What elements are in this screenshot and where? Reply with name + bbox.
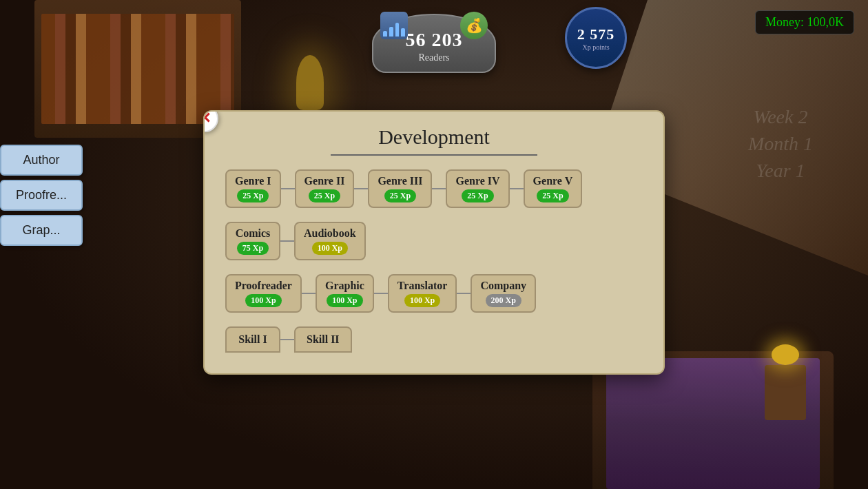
genre5-xp: 25 Xp xyxy=(537,189,568,202)
skill-node-graphic: Graphic 100 Xp xyxy=(316,274,374,313)
genre1-xp: 25 Xp xyxy=(237,189,269,202)
connector-comics-audiobook xyxy=(280,240,294,242)
tab-proofreader[interactable]: Proofre... xyxy=(0,180,83,211)
skill-row-media: Comics 75 Xp Audiobook 100 Xp xyxy=(225,222,643,260)
money-label: Money: xyxy=(765,15,804,29)
left-tabs: Author Proofre... Grap... xyxy=(0,145,83,246)
skill-node-company: Company 200 Xp xyxy=(471,274,536,313)
development-modal: ✕ Development Genre I 25 Xp Genre II 25 … xyxy=(203,110,665,375)
xp-count: 2 575 xyxy=(577,25,615,43)
skill-row-genres: Genre I 25 Xp Genre II 25 Xp Genre III 2… xyxy=(225,169,643,208)
comics-name: Comics xyxy=(235,227,271,240)
skill-node-audiobook: Audiobook 100 Xp xyxy=(294,222,366,260)
translator-xp: 100 Xp xyxy=(404,294,440,307)
genre5-name: Genre V xyxy=(533,175,573,187)
modal-title: Development xyxy=(225,125,643,149)
genre3-box[interactable]: Genre III 25 Xp xyxy=(368,169,432,208)
connector-2-3 xyxy=(354,188,368,189)
connector-4-5 xyxy=(510,188,524,189)
xp-widget: 2 575 Xp points xyxy=(565,7,627,69)
close-button[interactable]: ✕ xyxy=(203,110,218,132)
bg-lamp xyxy=(296,55,324,110)
skill-node-genre5: Genre V 25 Xp xyxy=(524,169,583,208)
graphic-box[interactable]: Graphic 100 Xp xyxy=(316,274,374,313)
proofreader-name: Proofreader xyxy=(235,280,292,292)
skill-node-genre2: Genre II 25 Xp xyxy=(295,169,355,208)
skill-node-proofreader: Proofreader 100 Xp xyxy=(225,274,302,313)
company-name: Company xyxy=(480,280,526,292)
skill-node-genre1: Genre I 25 Xp xyxy=(225,169,281,208)
comics-box[interactable]: Comics 75 Xp xyxy=(225,222,280,260)
skill-node-comics: Comics 75 Xp xyxy=(225,222,280,260)
skill2-partial-box[interactable]: Skill II xyxy=(294,326,352,353)
translator-box[interactable]: Translator 100 Xp xyxy=(388,274,457,313)
skill-node-translator: Translator 100 Xp xyxy=(388,274,457,313)
proofreader-box[interactable]: Proofreader 100 Xp xyxy=(225,274,302,313)
proofreader-xp: 100 Xp xyxy=(245,294,281,307)
comics-xp: 75 Xp xyxy=(237,242,269,255)
connector-1-2 xyxy=(281,188,295,189)
graphic-name: Graphic xyxy=(325,280,364,292)
audiobook-box[interactable]: Audiobook 100 Xp xyxy=(294,222,366,260)
genre2-box[interactable]: Genre II 25 Xp xyxy=(295,169,355,208)
audiobook-name: Audiobook xyxy=(304,227,356,240)
connector-3-4 xyxy=(432,188,446,189)
genre5-box[interactable]: Genre V 25 Xp xyxy=(524,169,583,208)
genre2-xp: 25 Xp xyxy=(309,189,340,202)
genre4-name: Genre IV xyxy=(455,175,499,187)
genre3-xp: 25 Xp xyxy=(384,189,416,202)
genre4-xp: 25 Xp xyxy=(462,189,493,202)
skill1-partial-name: Skill I xyxy=(238,333,268,346)
money-hud: Money: 100,0K xyxy=(755,10,854,34)
skill-row-skills-partial: Skill I Skill II xyxy=(225,326,643,353)
connector-skills-partial xyxy=(280,339,294,340)
title-underline xyxy=(331,154,537,156)
genre2-name: Genre II xyxy=(304,175,345,187)
translator-name: Translator xyxy=(397,280,448,292)
tab-graphic[interactable]: Grap... xyxy=(0,215,83,246)
connector-graphic-translator xyxy=(374,293,388,294)
skill2-partial-name: Skill II xyxy=(307,333,340,346)
xp-label: Xp points xyxy=(582,43,609,51)
tab-author[interactable]: Author xyxy=(0,145,83,176)
skill-row-advanced: Proofreader 100 Xp Graphic 100 Xp Transl… xyxy=(225,274,643,313)
skill-node-genre4: Genre IV 25 Xp xyxy=(446,169,509,208)
week-display: Week 2Month 1Year 1 xyxy=(748,103,813,185)
genre3-name: Genre III xyxy=(378,175,422,187)
skill-tree: Genre I 25 Xp Genre II 25 Xp Genre III 2… xyxy=(225,169,643,353)
skill-node-genre3: Genre III 25 Xp xyxy=(368,169,432,208)
audiobook-xp: 100 Xp xyxy=(312,242,348,255)
genre4-box[interactable]: Genre IV 25 Xp xyxy=(446,169,509,208)
graphic-xp: 100 Xp xyxy=(327,294,362,307)
genre1-name: Genre I xyxy=(235,175,271,187)
genre1-box[interactable]: Genre I 25 Xp xyxy=(225,169,281,208)
bg-lamp-table xyxy=(765,365,806,420)
money-value: 100,0K xyxy=(807,15,845,29)
skill1-partial-box[interactable]: Skill I xyxy=(225,326,280,353)
company-xp: 200 Xp xyxy=(486,294,521,307)
company-box[interactable]: Company 200 Xp xyxy=(471,274,536,313)
connector-translator-company xyxy=(457,293,471,294)
connector-proof-graphic xyxy=(302,293,316,294)
